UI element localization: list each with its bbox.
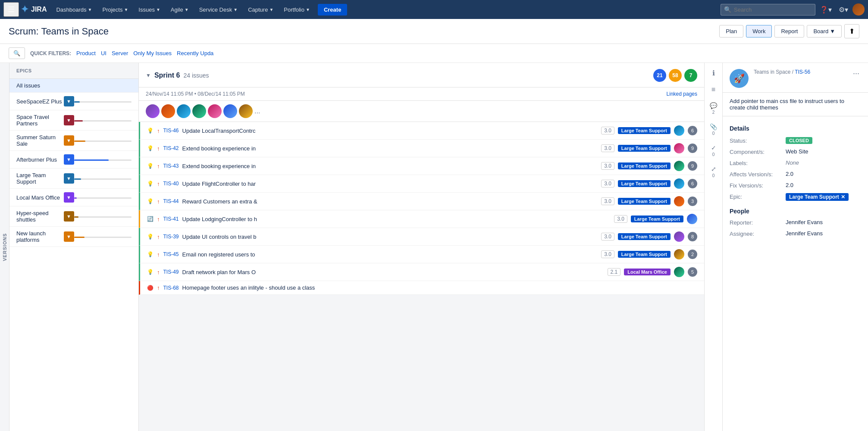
check-icon-button[interactable]: ✓ bbox=[711, 144, 716, 151]
epic-local-mars[interactable]: Local Mars Office ▼ bbox=[9, 189, 138, 206]
info-icon-button[interactable]: ℹ bbox=[712, 69, 715, 77]
epic-all-issues[interactable]: All issues bbox=[9, 79, 138, 93]
epic-dropdown-space-travel[interactable]: ▼ bbox=[64, 115, 74, 125]
epic-dropdown-local-mars[interactable]: ▼ bbox=[64, 192, 74, 203]
filter-server[interactable]: Server bbox=[112, 50, 128, 56]
epic-badge[interactable]: Large Team Support bbox=[618, 127, 671, 134]
issue-id[interactable]: TIS-42 bbox=[163, 145, 179, 151]
issue-avatar bbox=[674, 231, 684, 242]
epic-dropdown-hyper-speed[interactable]: ▼ bbox=[64, 211, 74, 222]
nav-agile[interactable]: Agile ▼ bbox=[166, 5, 193, 15]
issue-id[interactable]: TIS-68 bbox=[163, 285, 179, 291]
issue-id[interactable]: TIS-43 bbox=[163, 163, 179, 169]
report-button[interactable]: Report bbox=[774, 25, 804, 37]
table-row[interactable]: 💡 ↑ TIS-45 Email non registered users to… bbox=[139, 246, 704, 263]
issue-avatar bbox=[674, 125, 684, 136]
epic-large-team-support[interactable]: Large Team Support ▼ bbox=[9, 169, 138, 189]
table-row[interactable]: 💡 ↑ TIS-42 Extend booking experience in … bbox=[139, 140, 704, 157]
priority-icon: ↑ bbox=[157, 216, 160, 222]
epic-space-travel[interactable]: Space Travel Partners ▼ bbox=[9, 110, 138, 131]
detail-more-button[interactable]: ··· bbox=[851, 69, 861, 78]
breadcrumb-issue-link[interactable]: TIS-56 bbox=[795, 69, 810, 75]
labels-label: Labels: bbox=[730, 159, 786, 166]
components-row: Component/s: Web Site bbox=[730, 148, 861, 155]
table-row[interactable]: 💡 ↑ TIS-44 Reward Customers an extra & 3… bbox=[139, 193, 704, 210]
collapse-button[interactable]: ⬆ bbox=[844, 24, 859, 38]
issue-id[interactable]: TIS-44 bbox=[163, 198, 179, 204]
versions-sidebar[interactable]: VERSIONS bbox=[0, 63, 9, 431]
fullscreen-icon-button[interactable]: ⤢ bbox=[711, 166, 716, 172]
filter-ui[interactable]: UI bbox=[101, 50, 107, 56]
hamburger-button[interactable]: ☰ bbox=[3, 2, 19, 17]
settings-button[interactable]: ⚙▾ bbox=[836, 4, 851, 16]
epic-dropdown-afterburner[interactable]: ▼ bbox=[64, 154, 74, 165]
nav-projects[interactable]: Projects ▼ bbox=[98, 5, 132, 15]
create-button[interactable]: Create bbox=[318, 4, 347, 16]
help-button[interactable]: ❓▾ bbox=[817, 4, 834, 16]
epic-tag-remove[interactable]: ✕ bbox=[841, 194, 845, 200]
filter-recently-updated[interactable]: Recently Upda bbox=[177, 50, 213, 56]
nav-service-desk[interactable]: Service Desk ▼ bbox=[195, 5, 242, 15]
plan-button[interactable]: Plan bbox=[719, 25, 743, 37]
epic-badge[interactable]: Large Team Support bbox=[631, 216, 683, 222]
user-avatar[interactable] bbox=[852, 3, 865, 16]
sprint-date-range: 24/Nov/14 11:05 PM • 08/Dec/14 11:05 PM bbox=[146, 91, 245, 97]
table-row[interactable]: 🔄 ↑ TIS-41 Update LodgingController to h… bbox=[139, 210, 704, 228]
nav-capture[interactable]: Capture ▼ bbox=[244, 5, 278, 15]
table-row[interactable]: 💡 ↑ TIS-39 Update UI controls on travel … bbox=[139, 228, 704, 246]
issue-avatar bbox=[674, 143, 684, 153]
epic-afterburner[interactable]: Afterburner Plus ▼ bbox=[9, 151, 138, 169]
epic-badge[interactable]: Large Team Support bbox=[618, 251, 671, 258]
epic-dropdown-seespaceez[interactable]: ▼ bbox=[64, 96, 74, 106]
attach-icon-button[interactable]: 📎 bbox=[710, 123, 717, 130]
sprint-avatar-7[interactable] bbox=[239, 104, 253, 118]
epic-badge[interactable]: Local Mars Office bbox=[624, 269, 671, 275]
list-icon-button[interactable]: ≡ bbox=[711, 86, 715, 94]
table-row[interactable]: 💡 ↑ TIS-46 Update LocalTransportContrc 3… bbox=[139, 122, 704, 140]
issue-points: 3.0 bbox=[601, 162, 614, 170]
epic-hyper-speed[interactable]: Hyper-speed shuttles ▼ bbox=[9, 206, 138, 227]
sprint-avatar-5[interactable] bbox=[208, 104, 222, 118]
table-row[interactable]: 💡 ↑ TIS-43 Extend booking experience in … bbox=[139, 157, 704, 175]
nav-portfolio[interactable]: Portfolio ▼ bbox=[279, 5, 314, 15]
comment-icon-button[interactable]: 💬 bbox=[710, 102, 717, 109]
table-row[interactable]: 💡 ↑ TIS-40 Update FlightController to ha… bbox=[139, 175, 704, 193]
table-row[interactable]: 💡 ↑ TIS-49 Draft network plan for Mars O… bbox=[139, 263, 704, 281]
nav-issues[interactable]: Issues ▼ bbox=[134, 5, 164, 15]
nav-dashboards[interactable]: Dashboards ▼ bbox=[52, 5, 96, 15]
issue-id[interactable]: TIS-41 bbox=[163, 216, 179, 222]
sprint-toggle[interactable]: ▼ bbox=[146, 72, 151, 78]
more-avatars-button[interactable]: ... bbox=[254, 107, 260, 115]
issue-summary: Extend booking experience in bbox=[182, 163, 598, 169]
work-button[interactable]: Work bbox=[746, 25, 772, 37]
sprint-avatar-3[interactable] bbox=[177, 104, 191, 118]
epic-dropdown-new-launch[interactable]: ▼ bbox=[64, 231, 74, 242]
epic-dropdown-large-team[interactable]: ▼ bbox=[64, 173, 74, 184]
epic-new-launch[interactable]: New launch platforms ▼ bbox=[9, 227, 138, 247]
filter-product[interactable]: Product bbox=[76, 50, 96, 56]
epic-badge[interactable]: Large Team Support bbox=[618, 180, 671, 187]
issue-id[interactable]: TIS-46 bbox=[163, 128, 179, 134]
sprint-avatar-4[interactable] bbox=[192, 104, 206, 118]
issue-id[interactable]: TIS-39 bbox=[163, 234, 179, 240]
epic-badge[interactable]: Large Team Support bbox=[618, 162, 671, 169]
epic-seespaceez-plus[interactable]: SeeSpaceEZ Plus ▼ bbox=[9, 93, 138, 110]
epic-badge[interactable]: Large Team Support bbox=[618, 145, 671, 152]
epic-badge[interactable]: Large Team Support bbox=[618, 198, 671, 205]
filter-search-button[interactable]: 🔍 bbox=[9, 47, 25, 59]
epic-summer-saturn[interactable]: Summer Saturn Sale ▼ bbox=[9, 131, 138, 151]
priority-icon: ↑ bbox=[157, 145, 160, 152]
issue-id[interactable]: TIS-45 bbox=[163, 251, 179, 257]
issue-id[interactable]: TIS-49 bbox=[163, 269, 179, 275]
table-row[interactable]: 🔴 ↑ TIS-68 Homepage footer uses an inlit… bbox=[139, 281, 704, 295]
board-button[interactable]: Board ▼ bbox=[807, 25, 842, 37]
filter-only-my-issues[interactable]: Only My Issues bbox=[133, 50, 172, 56]
issue-id[interactable]: TIS-40 bbox=[163, 181, 179, 187]
linked-pages-link[interactable]: Linked pages bbox=[667, 91, 697, 97]
sprint-avatar-6[interactable] bbox=[223, 104, 237, 118]
sprint-avatar-1[interactable] bbox=[146, 104, 160, 118]
epic-dropdown-summer-saturn[interactable]: ▼ bbox=[64, 135, 74, 146]
epic-badge[interactable]: Large Team Support bbox=[618, 233, 671, 240]
search-input[interactable] bbox=[721, 4, 815, 16]
sprint-avatar-2[interactable] bbox=[161, 104, 175, 118]
